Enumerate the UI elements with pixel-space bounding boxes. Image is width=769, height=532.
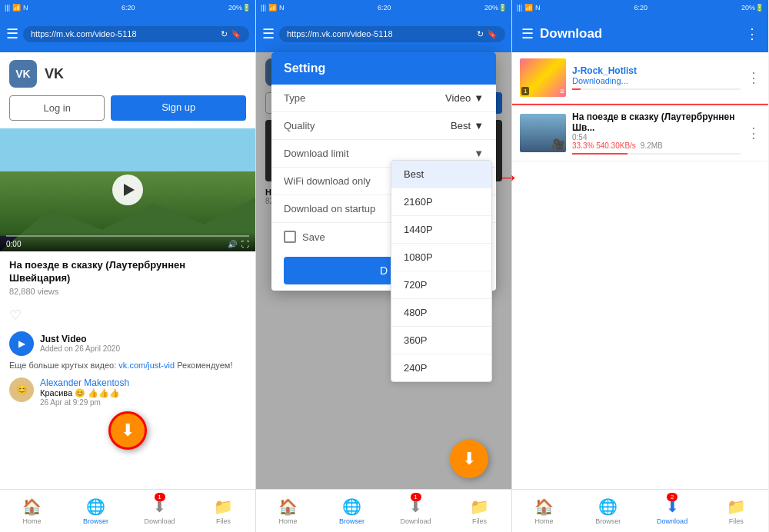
user-date-1: 26 Apr at 9:29 pm — [40, 398, 246, 407]
panel-1: ||| 📶 N 6:20 20%🔋 ☰ https://m.vk.com/vid… — [0, 0, 256, 532]
files-label-2: Files — [472, 517, 487, 525]
more-icon-3[interactable]: ⋮ — [745, 25, 759, 42]
dl-progress-1 — [572, 88, 741, 90]
login-button[interactable]: Log in — [9, 95, 105, 121]
dl-progress-2 — [572, 153, 741, 155]
ctrl-icons-1: 🔊 ⛶ — [228, 240, 249, 248]
nav-browser-2[interactable]: 🌐 Browser — [320, 490, 384, 532]
quality-value-text: Best — [451, 120, 471, 131]
quality-1080p[interactable]: 1080P — [391, 244, 491, 271]
bottom-nav-1: 🏠 Home 🌐 Browser 1 ⬇ Download 📁 Files — [0, 489, 255, 532]
setting-header: Setting — [271, 52, 496, 85]
quality-chevron: ▼ — [474, 120, 484, 131]
download-label-2: Download — [400, 517, 431, 525]
nav-files-1[interactable]: 📁 Files — [191, 490, 255, 532]
wifi-icon-2: 📶 — [268, 4, 277, 12]
menu-icon-3[interactable]: ☰ — [521, 25, 534, 42]
vk-logo: VK — [9, 60, 37, 88]
nav-home-3[interactable]: 🏠 Home — [512, 490, 576, 532]
video-controls-1: 0:00 🔊 ⛶ — [0, 232, 255, 251]
nav-files-3[interactable]: 📁 Files — [704, 490, 768, 532]
quality-240p[interactable]: 240P — [391, 354, 491, 381]
channel-icon-letter: ▶ — [18, 338, 25, 349]
user-name-1: Alexander Makentosh — [40, 377, 246, 388]
url-text-1: https://m.vk.com/video-5118 — [31, 29, 218, 38]
quality-360p[interactable]: 360P — [391, 327, 491, 354]
quality-row: Quality Best ▼ — [271, 112, 496, 140]
volume-icon-1[interactable]: 🔊 — [228, 240, 237, 248]
refresh-icon-2[interactable]: ↻ — [477, 29, 484, 39]
type-row: Type Video ▼ — [271, 85, 496, 112]
quality-dropdown[interactable]: Best 2160P 1440P 1080P 720P 480P 360P 24… — [391, 160, 492, 382]
channel-text-1: Еще больше крутых видео: vk.com/just-vid… — [0, 361, 255, 373]
nav-home-2[interactable]: 🏠 Home — [256, 490, 320, 532]
download-fab-1[interactable]: ⬇ — [108, 411, 147, 450]
quality-720p[interactable]: 720P — [391, 271, 491, 299]
browser-icon-2: 🌐 — [342, 497, 361, 516]
time-2: 6:20 — [378, 4, 391, 12]
signal-icon: ||| — [5, 4, 10, 12]
save-label: Save — [302, 231, 325, 243]
nav-download-2[interactable]: 1 ⬇ Download — [384, 490, 448, 532]
dl-progress-fill-1 — [572, 88, 581, 90]
url-bar-2[interactable]: https://m.vk.com/video-5118 ↻ 🔖 — [279, 26, 505, 42]
dl-thumb-list-1: ≡ — [560, 87, 564, 95]
progress-bar-1[interactable] — [6, 235, 249, 237]
download-fab-2[interactable]: ⬇ — [450, 440, 488, 478]
nav-home-1[interactable]: 🏠 Home — [0, 490, 64, 532]
files-icon-1: 📁 — [214, 497, 233, 516]
status-right-1: 20%🔋 — [228, 4, 251, 12]
fullscreen-icon-1[interactable]: ⛶ — [241, 240, 249, 248]
quality-1440p[interactable]: 1440P — [391, 216, 491, 244]
type-value-text: Video — [445, 92, 471, 104]
battery-icon-3: 20%🔋 — [741, 4, 764, 12]
nav-files-2[interactable]: 📁 Files — [448, 490, 511, 532]
nfc-icon-3: N — [535, 4, 541, 12]
download-icon-1: ⬇ — [121, 421, 135, 441]
download-badge-1: 1 — [155, 493, 165, 501]
time-1: 6:20 — [122, 4, 135, 12]
quality-label: Quality — [284, 120, 451, 131]
limit-chevron: ▼ — [474, 148, 484, 159]
nav-browser-3[interactable]: 🌐 Browser — [576, 490, 640, 532]
save-checkbox[interactable] — [284, 231, 296, 243]
browser-icon-3: 🌐 — [598, 497, 618, 516]
menu-icon-2[interactable]: ☰ — [262, 25, 275, 42]
nav-download-1[interactable]: 1 ⬇ Download — [128, 490, 191, 532]
status-left-2: ||| 📶 N — [261, 4, 285, 12]
nav-browser-1[interactable]: 🌐 Browser — [64, 490, 128, 532]
bookmark-icon-1[interactable]: 🔖 — [231, 29, 241, 39]
dl-progress-fill-2 — [572, 153, 628, 155]
files-label-1: Files — [216, 517, 231, 525]
signup-button[interactable]: Sign up — [111, 95, 246, 121]
quality-value[interactable]: Best ▼ — [451, 120, 484, 131]
app-container: ||| 📶 N 6:20 20%🔋 ☰ https://m.vk.com/vid… — [0, 0, 769, 532]
dl-more-2[interactable]: ⋮ — [747, 125, 761, 141]
quality-480p[interactable]: 480P — [391, 299, 491, 327]
dl-info-1: J-Rock_Hotlist Downloading... — [572, 65, 741, 90]
type-value[interactable]: Video ▼ — [445, 92, 484, 104]
download-badge-3: 2 — [667, 493, 677, 501]
quality-best[interactable]: Best — [391, 161, 491, 188]
url-bar-1[interactable]: https://m.vk.com/video-5118 ↻ 🔖 — [23, 26, 249, 42]
nfc-icon: N — [23, 4, 28, 12]
refresh-icon-1[interactable]: ↻ — [221, 29, 228, 39]
heart-row[interactable]: ♡ — [0, 304, 255, 327]
home-icon-1: 🏠 — [22, 497, 42, 516]
dl-name-1: J-Rock_Hotlist — [572, 65, 741, 76]
user-info-1: Alexander Makentosh Красива 😊 👍👍👍 26 Apr… — [40, 377, 246, 407]
nfc-icon-2: N — [279, 4, 285, 12]
menu-icon-1[interactable]: ☰ — [6, 25, 18, 42]
play-button-1[interactable] — [112, 175, 143, 205]
home-icon-2: 🏠 — [278, 497, 298, 516]
quality-2160p[interactable]: 2160P — [391, 188, 491, 216]
bookmark-icon-2[interactable]: 🔖 — [487, 29, 498, 39]
video-info-1: На поезде в сказку (Лаутербруннен Швейца… — [0, 251, 255, 304]
channel-link-1[interactable]: vk.com/just-vid — [118, 361, 175, 370]
home-label-1: Home — [22, 517, 41, 525]
nav-download-3[interactable]: 2 ⬇ Download — [641, 490, 704, 532]
channel-icon-1: ▶ — [9, 331, 34, 356]
dl-thumb-badge-1: 1 — [521, 87, 529, 95]
download-icon-2: ⬇ — [462, 449, 476, 469]
dl-more-1[interactable]: ⋮ — [747, 69, 761, 86]
